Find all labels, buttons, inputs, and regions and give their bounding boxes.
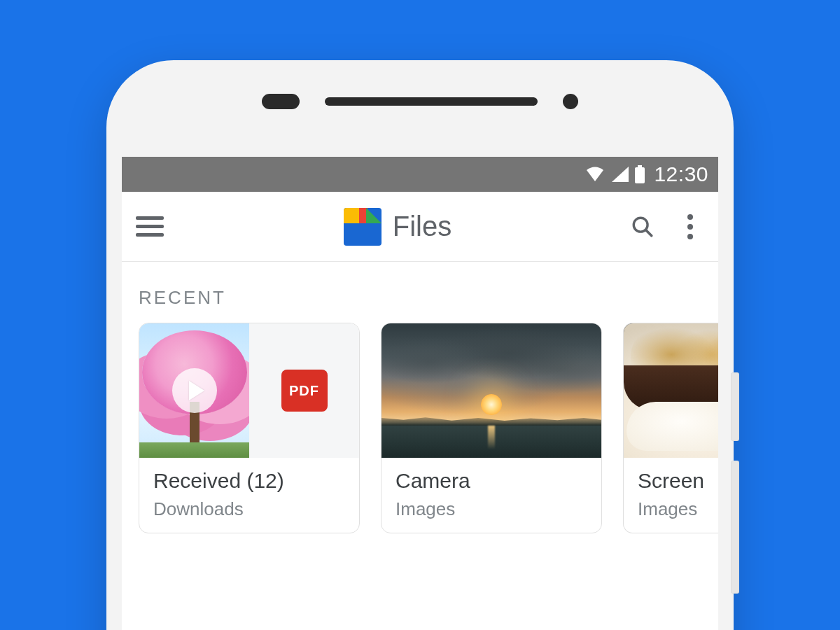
recent-card-screen[interactable]: Screen Images — [623, 323, 718, 533]
side-button — [731, 461, 739, 594]
phone-side-buttons — [731, 372, 739, 613]
wifi-icon — [585, 166, 605, 183]
more-button[interactable] — [676, 213, 704, 241]
phone-frame: 12:30 Files — [106, 60, 734, 630]
svg-rect-1 — [635, 167, 645, 183]
app-title-wrap: Files — [167, 208, 629, 246]
search-button[interactable] — [629, 213, 657, 241]
card-thumbnail — [382, 323, 601, 458]
card-subtitle: Images — [396, 498, 587, 520]
pdf-icon-label: PDF — [289, 383, 319, 399]
status-time: 12:30 — [654, 162, 708, 186]
front-camera-dot — [563, 94, 578, 109]
card-subtitle: Downloads — [153, 498, 345, 520]
app-title: Files — [393, 211, 451, 242]
files-app-icon — [344, 208, 382, 246]
side-button — [731, 372, 739, 441]
cellular-icon — [610, 167, 629, 182]
card-title: Camera — [396, 469, 587, 493]
search-icon — [631, 215, 654, 239]
thumbnail-video-tree — [139, 323, 249, 458]
recent-card-row[interactable]: PDF Received (12) Downloads — [122, 323, 718, 533]
app-bar-actions — [629, 213, 704, 241]
card-thumbnail — [624, 323, 718, 458]
thumbnail-dessert — [624, 323, 718, 458]
svg-line-3 — [646, 230, 652, 235]
recent-card-camera[interactable]: Camera Images — [381, 323, 602, 533]
card-subtitle: Images — [638, 498, 718, 520]
card-thumbnail: PDF — [139, 323, 359, 458]
play-icon — [172, 368, 217, 413]
status-bar: 12:30 — [122, 157, 718, 192]
card-title: Received (12) — [153, 469, 345, 493]
thumbnail-sunset — [382, 323, 601, 458]
card-meta: Received (12) Downloads — [139, 458, 359, 533]
pdf-icon: PDF — [281, 370, 328, 412]
phone-screen: 12:30 Files — [122, 157, 718, 630]
svg-rect-0 — [638, 165, 642, 167]
thumbnail-pdf: PDF — [249, 323, 359, 458]
card-meta: Camera Images — [382, 458, 601, 533]
app-bar: Files — [122, 192, 718, 262]
sensor-pill — [262, 94, 300, 109]
speaker-slot — [325, 97, 538, 106]
phone-earpiece-row — [106, 94, 734, 109]
section-label-recent: RECENT — [122, 262, 718, 323]
recent-card-received[interactable]: PDF Received (12) Downloads — [139, 323, 360, 533]
more-vert-icon — [687, 214, 693, 239]
menu-button[interactable] — [136, 211, 167, 242]
battery-icon — [634, 165, 645, 183]
card-meta: Screen Images — [624, 458, 718, 533]
card-title: Screen — [638, 469, 718, 493]
stage: 12:30 Files — [0, 0, 840, 630]
